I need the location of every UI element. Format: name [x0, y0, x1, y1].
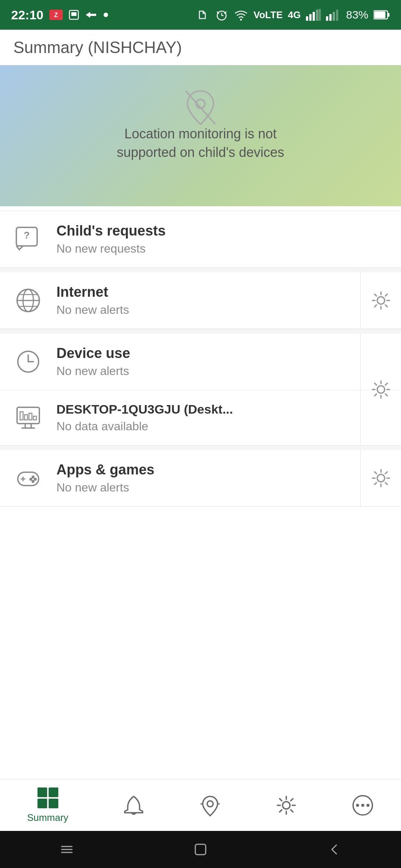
nav-alerts[interactable] — [115, 790, 152, 820]
battery-icon — [374, 10, 390, 20]
settings-nav-icon — [275, 794, 297, 816]
svg-point-60 — [366, 804, 369, 807]
globe-icon — [13, 286, 43, 315]
zomato-icon: Z — [49, 10, 63, 20]
dot-icon — [103, 12, 109, 18]
internet-subtitle: No new alerts — [56, 303, 347, 317]
wifi-icon — [234, 8, 248, 22]
apps-games-title: Apps & games — [56, 462, 347, 478]
alarm-icon — [215, 8, 228, 22]
svg-point-45 — [34, 478, 37, 481]
svg-point-56 — [283, 802, 290, 809]
monitor-chart-icon — [13, 403, 43, 433]
childs-requests-title: Child's requests — [56, 223, 388, 239]
svg-point-58 — [356, 804, 359, 807]
svg-rect-50 — [49, 788, 58, 797]
download-icon — [196, 9, 210, 21]
svg-rect-51 — [38, 799, 47, 808]
svg-rect-7 — [306, 16, 308, 21]
4g-label: 4G — [288, 9, 301, 21]
map-area: Location monitoring is not supported on … — [0, 65, 401, 206]
svg-rect-17 — [388, 13, 389, 17]
more-nav-icon — [352, 794, 374, 816]
internet-main[interactable]: Internet No new alerts — [0, 272, 360, 329]
back-button[interactable] — [326, 841, 342, 858]
clock-icon — [13, 347, 43, 377]
battery-percent: 83% — [346, 9, 368, 21]
svg-point-44 — [32, 476, 35, 479]
svg-point-6 — [240, 19, 242, 21]
cards-container: ? Child's requests No new requests — [0, 211, 401, 507]
page-title: Summary (NISHCHAY) — [13, 38, 182, 57]
svg-text:?: ? — [24, 230, 30, 241]
device-use-card: Device use No new alerts — [0, 333, 401, 445]
device-use-subtitle: No new alerts — [56, 364, 388, 378]
svg-rect-11 — [319, 9, 321, 21]
status-bar: 22:10 Z VoLTE 4G 83% — [0, 0, 401, 30]
nav-more[interactable] — [344, 790, 381, 820]
chat-question-icon: ? — [13, 224, 43, 254]
location-disabled-icon — [182, 87, 219, 128]
childs-requests-card: ? Child's requests No new requests — [0, 211, 401, 268]
svg-rect-49 — [38, 788, 47, 797]
svg-point-46 — [29, 478, 32, 481]
svg-rect-15 — [336, 10, 338, 21]
svg-point-59 — [361, 804, 364, 807]
gamepad-icon — [13, 463, 43, 493]
device-use-title: Device use — [56, 345, 388, 361]
apps-games-settings-button[interactable] — [360, 450, 401, 506]
desktop-item[interactable]: DESKTOP-1QU3GJU (Deskt... No data availa… — [0, 390, 401, 445]
svg-point-40 — [377, 386, 385, 393]
svg-rect-12 — [326, 16, 328, 21]
nav-summary-label: Summary — [27, 812, 68, 823]
nav-settings[interactable] — [268, 790, 305, 820]
desktop-subtitle: No data available — [56, 420, 353, 433]
internet-settings-button[interactable] — [360, 272, 401, 329]
home-button[interactable] — [192, 841, 209, 858]
svg-rect-13 — [329, 14, 332, 21]
gear-icon-2 — [370, 379, 392, 400]
svg-point-28 — [377, 297, 385, 304]
svg-rect-3 — [71, 12, 76, 16]
apps-games-card: Apps & games No new alerts — [0, 450, 401, 507]
nav-location[interactable] — [192, 790, 229, 820]
gear-icon-3 — [370, 467, 392, 489]
device-use-top[interactable]: Device use No new alerts — [0, 333, 401, 390]
nav-summary[interactable]: Summary — [20, 783, 76, 827]
map-message: Location monitoring is not supported on … — [100, 125, 301, 162]
gear-icon — [370, 290, 392, 311]
location-nav-icon — [199, 794, 221, 816]
svg-rect-14 — [333, 12, 335, 21]
svg-rect-37 — [25, 415, 27, 420]
childs-requests-subtitle: No new requests — [56, 242, 388, 256]
network-label: VoLTE — [254, 9, 283, 21]
svg-rect-18 — [374, 11, 385, 18]
device-use-settings-button[interactable] — [360, 333, 401, 445]
svg-point-4 — [104, 13, 108, 17]
bottom-nav: Summary — [0, 779, 401, 831]
internet-card: Internet No new alerts — [0, 272, 401, 329]
desktop-title: DESKTOP-1QU3GJU (Deskt... — [56, 402, 353, 417]
svg-text:Z: Z — [54, 12, 58, 18]
childs-requests-main[interactable]: ? Child's requests No new requests — [0, 211, 401, 267]
grid-nav-icon — [37, 787, 59, 809]
apps-games-subtitle: No new alerts — [56, 481, 347, 494]
svg-rect-8 — [309, 14, 312, 21]
svg-rect-9 — [313, 12, 315, 21]
recents-button[interactable] — [59, 841, 75, 858]
page-title-bar: Summary (NISHCHAY) — [0, 30, 401, 65]
svg-rect-64 — [195, 844, 206, 855]
signal-icon — [306, 9, 321, 21]
svg-point-48 — [377, 474, 385, 482]
arrow-icon — [85, 10, 97, 19]
system-nav-bar — [0, 831, 401, 868]
svg-point-47 — [32, 480, 35, 483]
svg-rect-38 — [29, 413, 32, 420]
signal2-icon — [326, 9, 341, 21]
sim-icon — [69, 10, 79, 20]
svg-rect-52 — [49, 799, 58, 808]
apps-games-main[interactable]: Apps & games No new alerts — [0, 450, 360, 506]
svg-point-53 — [207, 801, 213, 807]
internet-title: Internet — [56, 284, 347, 300]
bell-nav-icon — [123, 794, 145, 816]
